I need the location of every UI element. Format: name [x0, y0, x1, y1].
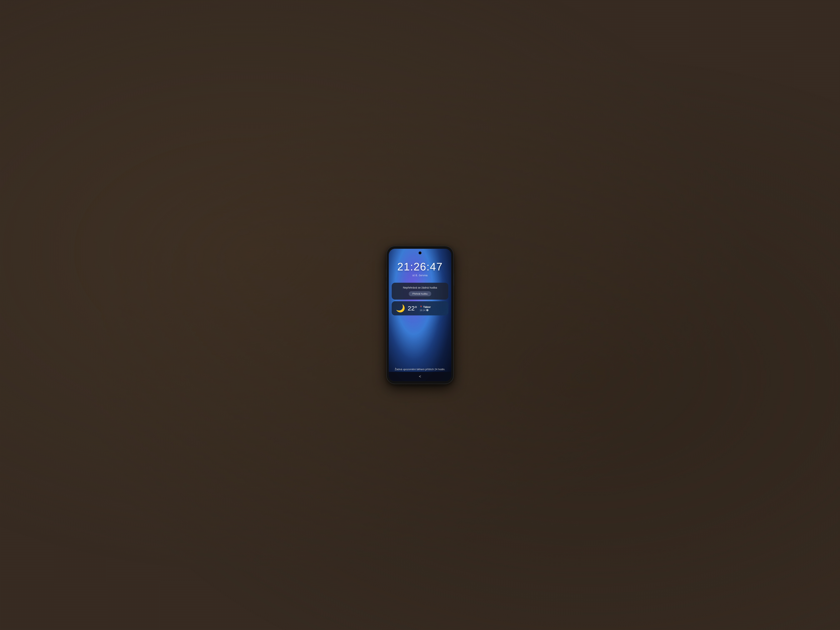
- music-card: Nepřehrává se žádná hudba Přehrát hudbu: [392, 283, 448, 300]
- weather-location-block: 📍 Tábor 16:14 🕐: [420, 305, 431, 311]
- phone-device: 21:26:47 st 8. června Nepřehrává se žádn…: [387, 246, 453, 384]
- phone-body: 21:26:47 st 8. června Nepřehrává se žádn…: [387, 246, 453, 384]
- cards-section: Nepřehrává se žádná hudba Přehrát hudbu …: [389, 283, 451, 316]
- location-name: Tábor: [423, 305, 431, 308]
- weather-time: 16:14 🕐: [420, 309, 431, 311]
- screen-content: 21:26:47 st 8. června Nepřehrává se žádn…: [389, 249, 451, 381]
- weather-location: 📍 Tábor: [420, 305, 431, 308]
- camera-hole: [419, 252, 421, 254]
- weather-icon: 🌙: [396, 305, 405, 312]
- weather-time-value: 16:14: [420, 309, 425, 311]
- nav-back-button[interactable]: <: [415, 373, 425, 381]
- clock-date: st 8. června: [397, 274, 443, 277]
- phone-screen: 21:26:47 st 8. června Nepřehrává se žádn…: [389, 249, 451, 381]
- no-alerts-text: Žádná upozornění během příštích 24 hodin…: [392, 368, 448, 371]
- weather-card: 🌙 22° 📍 Tábor 16:14 🕐: [392, 301, 448, 316]
- clock-section: 21:26:47 st 8. června: [397, 261, 443, 277]
- music-status-text: Nepřehrává se žádná hudba: [403, 286, 437, 289]
- clock-small-icon: 🕐: [426, 309, 428, 311]
- play-music-button[interactable]: Přehrát hudbu: [409, 291, 431, 296]
- bottom-section: Žádná upozornění během příštích 24 hodin…: [389, 368, 451, 371]
- weather-temperature: 22°: [408, 305, 417, 312]
- nav-bar: <: [389, 372, 451, 381]
- clock-time: 21:26:47: [397, 261, 443, 273]
- location-pin-icon: 📍: [420, 306, 423, 308]
